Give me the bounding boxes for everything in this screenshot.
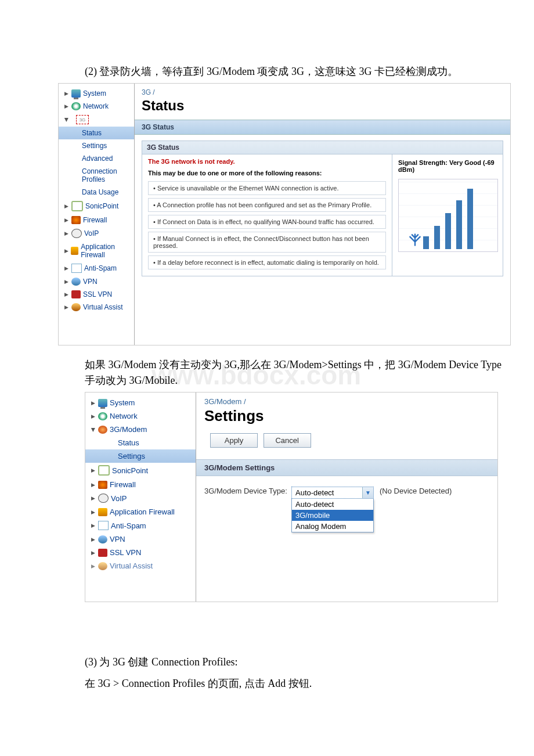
reason-bullet: • Service is unavailable or the Ethernet… (148, 181, 386, 195)
chevron-right-icon: ▶ (64, 217, 69, 223)
sidebar-item-appfirewall[interactable]: ▶ Application Firewall (85, 505, 196, 519)
page-title: Settings (204, 406, 489, 431)
sidebar-item-voip[interactable]: ▶ VoIP (85, 491, 196, 505)
lock-icon (98, 535, 107, 543)
sidebar-item-label: VPN (110, 535, 125, 543)
sidebar-item-antispam[interactable]: ▶ Anti-Spam (59, 261, 134, 275)
sidebar-item-label: SonicPoint (112, 466, 148, 475)
breadcrumb: 3G/Modem / (204, 397, 489, 406)
sidebar-item-sonicpoint[interactable]: ▶ SonicPoint (85, 463, 196, 478)
device-type-select[interactable]: Auto-detect ▼ (291, 487, 374, 499)
sidebar-item-label: VPN (83, 278, 98, 286)
3gmodem-icon (98, 426, 107, 434)
chevron-right-icon: ▶ (64, 279, 69, 285)
sslvpn-icon (98, 549, 107, 557)
sidebar-item-network[interactable]: ▶ Network (85, 409, 196, 423)
chevron-right-icon: ▶ (64, 304, 69, 310)
chevron-right-icon: ▶ (64, 248, 68, 254)
sidebar-item-label: Application Firewall (81, 243, 131, 259)
sidebar-sub-settings[interactable]: Settings (85, 449, 196, 463)
monitor-icon (98, 399, 107, 407)
chevron-right-icon: ▶ (91, 523, 96, 528)
sidebar-item-3g[interactable]: ▶ 3G (59, 113, 134, 127)
sidebar-sub-status[interactable]: Status (85, 436, 196, 449)
status-panel: The 3G network is not ready. This may be… (142, 154, 503, 276)
paragraph-note: 如果 3G/Modem 没有主动变为 3G,那么在 3G/Modem>Setti… (85, 357, 511, 388)
signal-chart (398, 179, 498, 252)
sidebar-item-vpn[interactable]: ▶ VPN (59, 275, 134, 288)
globe-icon (98, 412, 107, 420)
phone-icon (71, 229, 82, 238)
device-type-options: Auto-detect 3G/mobile Analog Modem (291, 499, 374, 532)
chevron-right-icon: ▶ (64, 103, 69, 109)
option-auto-detect[interactable]: Auto-detect (292, 499, 373, 510)
sidebar-item-label: SonicPoint (85, 202, 118, 210)
chevron-right-icon: ▶ (64, 91, 69, 96)
sslvpn-icon (71, 290, 81, 298)
sidebar-item-label: VoIP (84, 229, 99, 237)
sidebar-item-firewall[interactable]: ▶ Firewall (85, 478, 196, 491)
sidebar-item-label: Firewall (83, 216, 107, 224)
3g-badge-icon: 3G (76, 115, 89, 124)
signal-strength-label: Signal Strength: Very Good (-69 dBm) (398, 159, 497, 173)
accesspoint-icon (98, 465, 110, 476)
chevron-right-icon: ▶ (91, 495, 96, 501)
reason-heading: This may be due to one or more of the fo… (148, 170, 386, 177)
chevron-right-icon: ▶ (64, 231, 69, 236)
sidebar-item-label: Virtual Assist (83, 303, 122, 311)
chevron-down-icon: ▶ (64, 117, 69, 123)
sidebar-item-virtual-assist[interactable]: ▶ Virtual Assist (85, 559, 196, 573)
chevron-right-icon: ▶ (64, 291, 69, 297)
sidebar-item-label: SSL VPN (110, 548, 141, 557)
reason-bullet: • If Manual Connect is in effect, the Co… (148, 232, 386, 253)
sidebar-item-vpn[interactable]: ▶ VPN (85, 532, 196, 546)
paragraph-step2: (2) 登录防火墙，等待直到 3G/Modem 项变成 3G，这意味这 3G 卡… (85, 64, 511, 80)
option-analog-modem[interactable]: Analog Modem (292, 521, 373, 532)
sidebar-item-label: VoIP (111, 494, 127, 503)
sidebar-sub-connection-profiles[interactable]: Connection Profiles (59, 165, 134, 186)
page-title: Status (135, 96, 510, 120)
sidebar-sub-data-usage[interactable]: Data Usage (59, 186, 134, 199)
sidebar-item-system[interactable]: ▶ System (59, 87, 134, 100)
sidebar-item-sonicpoint[interactable]: ▶ SonicPoint (59, 199, 134, 214)
phone-icon (98, 494, 109, 503)
cancel-button[interactable]: Cancel (264, 433, 311, 448)
sidebar-item-label: 3G/Modem (110, 425, 147, 434)
content-pane: 3G / Status 3G Status 3G Status The 3G n… (135, 84, 510, 345)
envelope-icon (71, 264, 82, 273)
chevron-right-icon: ▶ (91, 400, 96, 406)
sidebar-item-sslvpn[interactable]: ▶ SSL VPN (85, 546, 196, 559)
sidebar-item-label: Anti-Spam (84, 264, 117, 272)
sidebar-item-virtual-assist[interactable]: ▶ Virtual Assist (59, 301, 134, 314)
panel-header-3g-status: 3G Status (142, 141, 503, 154)
sidebar-item-appfirewall[interactable]: ▶ Application Firewall (59, 240, 134, 261)
sidebar-sub-settings[interactable]: Settings (59, 139, 134, 152)
chevron-right-icon: ▶ (64, 203, 69, 209)
sidebar-item-network[interactable]: ▶ Network (59, 100, 134, 113)
sidebar-item-voip[interactable]: ▶ VoIP (59, 226, 134, 240)
signal-bars-icon (421, 189, 475, 249)
sidebar-item-3gmodem[interactable]: ▶ 3G/Modem (85, 423, 196, 436)
sidebar-item-firewall[interactable]: ▶ Firewall (59, 214, 134, 226)
status-not-ready: The 3G network is not ready. (148, 158, 386, 165)
apply-button[interactable]: Apply (210, 433, 258, 448)
virtualassist-icon (71, 303, 81, 311)
sidebar: ▶ System ▶ Network ▶ 3G Status Settings … (59, 84, 135, 345)
monitor-icon (71, 89, 81, 98)
lock-icon (71, 278, 81, 286)
sidebar-item-sslvpn[interactable]: ▶ SSL VPN (59, 288, 134, 301)
sidebar-item-antispam[interactable]: ▶ Anti-Spam (85, 519, 196, 532)
virtualassist-icon (98, 562, 107, 570)
sidebar-item-label: Network (110, 412, 138, 420)
appfirewall-icon (98, 508, 107, 516)
chevron-right-icon: ▶ (91, 413, 96, 419)
chevron-right-icon: ▶ (91, 509, 96, 515)
sidebar-item-label: Network (83, 102, 109, 110)
sidebar-sub-advanced[interactable]: Advanced (59, 152, 134, 165)
option-3g-mobile[interactable]: 3G/mobile (292, 510, 373, 521)
sidebar-item-system[interactable]: ▶ System (85, 396, 196, 409)
section-bar-3g-status: 3G Status (135, 120, 510, 135)
sidebar-sub-status[interactable]: Status (59, 127, 134, 139)
breadcrumb: 3G / (135, 84, 510, 96)
paragraph-step3: (3) 为 3G 创建 Connection Profiles: (85, 654, 511, 670)
